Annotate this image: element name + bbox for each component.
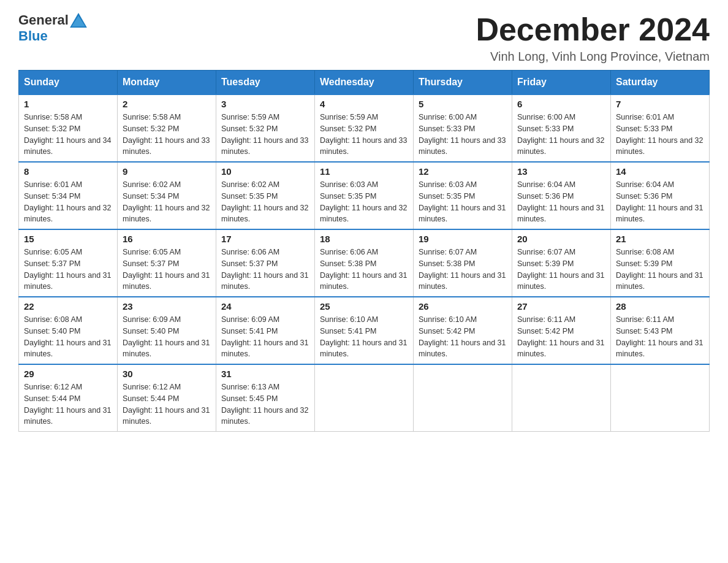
table-row: 12 Sunrise: 6:03 AM Sunset: 5:35 PM Dayl… bbox=[414, 162, 512, 229]
calendar-week-row: 29 Sunrise: 6:12 AM Sunset: 5:44 PM Dayl… bbox=[19, 364, 710, 432]
calendar-week-row: 1 Sunrise: 5:58 AM Sunset: 5:32 PM Dayli… bbox=[19, 94, 710, 162]
table-row: 23 Sunrise: 6:09 AM Sunset: 5:40 PM Dayl… bbox=[118, 297, 216, 364]
day-number: 8 bbox=[24, 166, 112, 177]
day-number: 17 bbox=[221, 234, 309, 244]
table-row: 27 Sunrise: 6:11 AM Sunset: 5:42 PM Dayl… bbox=[512, 297, 611, 364]
day-info: Sunrise: 5:59 AM Sunset: 5:32 PM Dayligh… bbox=[320, 112, 408, 158]
day-info: Sunrise: 6:03 AM Sunset: 5:35 PM Dayligh… bbox=[320, 179, 408, 225]
table-row: 19 Sunrise: 6:07 AM Sunset: 5:38 PM Dayl… bbox=[414, 229, 512, 297]
day-info: Sunrise: 6:07 AM Sunset: 5:38 PM Dayligh… bbox=[419, 247, 507, 293]
calendar-table: Sunday Monday Tuesday Wednesday Thursday… bbox=[18, 70, 710, 432]
day-info: Sunrise: 6:05 AM Sunset: 5:37 PM Dayligh… bbox=[24, 247, 112, 293]
day-info: Sunrise: 5:58 AM Sunset: 5:32 PM Dayligh… bbox=[24, 112, 112, 158]
day-info: Sunrise: 6:09 AM Sunset: 5:40 PM Dayligh… bbox=[123, 314, 211, 360]
logo-text-blue: Blue bbox=[18, 28, 48, 44]
table-row: 8 Sunrise: 6:01 AM Sunset: 5:34 PM Dayli… bbox=[19, 162, 118, 229]
table-row: 22 Sunrise: 6:08 AM Sunset: 5:40 PM Dayl… bbox=[19, 297, 118, 364]
day-info: Sunrise: 6:00 AM Sunset: 5:33 PM Dayligh… bbox=[419, 112, 507, 158]
day-number: 3 bbox=[221, 99, 309, 109]
day-info: Sunrise: 6:06 AM Sunset: 5:37 PM Dayligh… bbox=[221, 247, 309, 293]
day-number: 20 bbox=[517, 234, 605, 244]
table-row: 15 Sunrise: 6:05 AM Sunset: 5:37 PM Dayl… bbox=[19, 229, 118, 297]
location-subtitle: Vinh Long, Vinh Long Province, Vietnam bbox=[476, 50, 710, 64]
day-number: 28 bbox=[616, 301, 704, 312]
day-info: Sunrise: 6:04 AM Sunset: 5:36 PM Dayligh… bbox=[616, 179, 704, 225]
table-row: 18 Sunrise: 6:06 AM Sunset: 5:38 PM Dayl… bbox=[315, 229, 414, 297]
table-row: 21 Sunrise: 6:08 AM Sunset: 5:39 PM Dayl… bbox=[611, 229, 710, 297]
table-row: 26 Sunrise: 6:10 AM Sunset: 5:42 PM Dayl… bbox=[414, 297, 512, 364]
day-info: Sunrise: 6:12 AM Sunset: 5:44 PM Dayligh… bbox=[123, 381, 211, 427]
day-info: Sunrise: 6:01 AM Sunset: 5:34 PM Dayligh… bbox=[24, 179, 112, 225]
title-group: December 2024 Vinh Long, Vinh Long Provi… bbox=[476, 12, 710, 64]
day-info: Sunrise: 6:04 AM Sunset: 5:36 PM Dayligh… bbox=[517, 179, 605, 225]
table-row: 16 Sunrise: 6:05 AM Sunset: 5:37 PM Dayl… bbox=[118, 229, 216, 297]
day-number: 23 bbox=[123, 301, 211, 312]
col-monday: Monday bbox=[118, 71, 216, 95]
day-number: 27 bbox=[517, 301, 605, 312]
day-number: 30 bbox=[123, 369, 211, 379]
day-info: Sunrise: 6:03 AM Sunset: 5:35 PM Dayligh… bbox=[419, 179, 507, 225]
day-number: 1 bbox=[24, 99, 112, 109]
day-info: Sunrise: 6:00 AM Sunset: 5:33 PM Dayligh… bbox=[517, 112, 605, 158]
logo-text-general: General bbox=[18, 12, 69, 28]
day-number: 24 bbox=[221, 301, 309, 312]
table-row bbox=[611, 364, 710, 432]
day-number: 7 bbox=[616, 99, 704, 109]
day-number: 15 bbox=[24, 234, 112, 244]
col-wednesday: Wednesday bbox=[315, 71, 414, 95]
day-number: 16 bbox=[123, 234, 211, 244]
logo: General Blue bbox=[18, 12, 87, 44]
calendar-week-row: 15 Sunrise: 6:05 AM Sunset: 5:37 PM Dayl… bbox=[19, 229, 710, 297]
calendar-header-row: Sunday Monday Tuesday Wednesday Thursday… bbox=[19, 71, 710, 95]
col-tuesday: Tuesday bbox=[216, 71, 315, 95]
table-row: 2 Sunrise: 5:58 AM Sunset: 5:32 PM Dayli… bbox=[118, 94, 216, 162]
month-title: December 2024 bbox=[476, 12, 710, 47]
table-row: 4 Sunrise: 5:59 AM Sunset: 5:32 PM Dayli… bbox=[315, 94, 414, 162]
table-row: 6 Sunrise: 6:00 AM Sunset: 5:33 PM Dayli… bbox=[512, 94, 611, 162]
table-row: 28 Sunrise: 6:11 AM Sunset: 5:43 PM Dayl… bbox=[611, 297, 710, 364]
day-number: 9 bbox=[123, 166, 211, 177]
day-number: 21 bbox=[616, 234, 704, 244]
table-row: 11 Sunrise: 6:03 AM Sunset: 5:35 PM Dayl… bbox=[315, 162, 414, 229]
table-row: 24 Sunrise: 6:09 AM Sunset: 5:41 PM Dayl… bbox=[216, 297, 315, 364]
table-row: 20 Sunrise: 6:07 AM Sunset: 5:39 PM Dayl… bbox=[512, 229, 611, 297]
col-saturday: Saturday bbox=[611, 71, 710, 95]
day-info: Sunrise: 6:02 AM Sunset: 5:35 PM Dayligh… bbox=[221, 179, 309, 225]
day-number: 2 bbox=[123, 99, 211, 109]
table-row: 5 Sunrise: 6:00 AM Sunset: 5:33 PM Dayli… bbox=[414, 94, 512, 162]
logo-icon bbox=[70, 13, 87, 28]
table-row bbox=[414, 364, 512, 432]
table-row: 3 Sunrise: 5:59 AM Sunset: 5:32 PM Dayli… bbox=[216, 94, 315, 162]
day-number: 13 bbox=[517, 166, 605, 177]
page-header: General Blue December 2024 Vinh Long, Vi… bbox=[18, 12, 710, 64]
calendar-week-row: 8 Sunrise: 6:01 AM Sunset: 5:34 PM Dayli… bbox=[19, 162, 710, 229]
day-number: 31 bbox=[221, 369, 309, 379]
table-row: 14 Sunrise: 6:04 AM Sunset: 5:36 PM Dayl… bbox=[611, 162, 710, 229]
table-row: 25 Sunrise: 6:10 AM Sunset: 5:41 PM Dayl… bbox=[315, 297, 414, 364]
table-row: 17 Sunrise: 6:06 AM Sunset: 5:37 PM Dayl… bbox=[216, 229, 315, 297]
day-number: 26 bbox=[419, 301, 507, 312]
col-sunday: Sunday bbox=[19, 71, 118, 95]
day-info: Sunrise: 6:01 AM Sunset: 5:33 PM Dayligh… bbox=[616, 112, 704, 158]
day-number: 22 bbox=[24, 301, 112, 312]
table-row: 31 Sunrise: 6:13 AM Sunset: 5:45 PM Dayl… bbox=[216, 364, 315, 432]
calendar-week-row: 22 Sunrise: 6:08 AM Sunset: 5:40 PM Dayl… bbox=[19, 297, 710, 364]
day-number: 11 bbox=[320, 166, 408, 177]
day-info: Sunrise: 6:08 AM Sunset: 5:40 PM Dayligh… bbox=[24, 314, 112, 360]
col-friday: Friday bbox=[512, 71, 611, 95]
day-info: Sunrise: 6:13 AM Sunset: 5:45 PM Dayligh… bbox=[221, 381, 309, 427]
table-row: 30 Sunrise: 6:12 AM Sunset: 5:44 PM Dayl… bbox=[118, 364, 216, 432]
day-info: Sunrise: 6:10 AM Sunset: 5:41 PM Dayligh… bbox=[320, 314, 408, 360]
day-number: 10 bbox=[221, 166, 309, 177]
day-info: Sunrise: 6:02 AM Sunset: 5:34 PM Dayligh… bbox=[123, 179, 211, 225]
table-row: 9 Sunrise: 6:02 AM Sunset: 5:34 PM Dayli… bbox=[118, 162, 216, 229]
day-number: 18 bbox=[320, 234, 408, 244]
col-thursday: Thursday bbox=[414, 71, 512, 95]
table-row bbox=[315, 364, 414, 432]
day-info: Sunrise: 6:11 AM Sunset: 5:42 PM Dayligh… bbox=[517, 314, 605, 360]
day-number: 12 bbox=[419, 166, 507, 177]
day-number: 14 bbox=[616, 166, 704, 177]
day-info: Sunrise: 5:58 AM Sunset: 5:32 PM Dayligh… bbox=[123, 112, 211, 158]
day-info: Sunrise: 6:06 AM Sunset: 5:38 PM Dayligh… bbox=[320, 247, 408, 293]
table-row: 1 Sunrise: 5:58 AM Sunset: 5:32 PM Dayli… bbox=[19, 94, 118, 162]
